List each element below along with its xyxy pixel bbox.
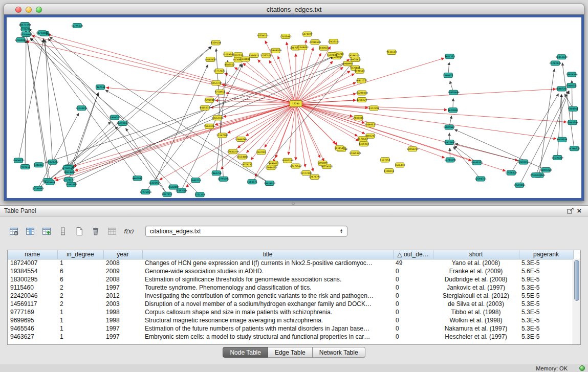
float-panel-icon[interactable] bbox=[565, 207, 575, 215]
close-panel-icon[interactable]: × bbox=[575, 207, 584, 215]
table-cell[interactable]: 2 bbox=[57, 283, 103, 292]
table-cell[interactable]: 1997 bbox=[103, 333, 142, 341]
table-cell[interactable]: 5.3E-5 bbox=[519, 316, 573, 324]
import-table-icon[interactable] bbox=[105, 225, 119, 238]
column-header-short[interactable]: short bbox=[433, 250, 519, 259]
table-cell[interactable]: 5.3E-5 bbox=[519, 259, 573, 267]
table-cell[interactable]: 9463627 bbox=[8, 333, 57, 341]
table-cell[interactable]: Stergiakouli et al. (2012) bbox=[433, 292, 519, 300]
table-cell[interactable]: 0 bbox=[393, 275, 433, 283]
table-cell[interactable]: 0 bbox=[393, 333, 433, 341]
column-header-title[interactable]: title bbox=[142, 250, 393, 259]
table-cell[interactable]: Investigating the contribution of common… bbox=[142, 292, 393, 300]
table-cell[interactable]: 0 bbox=[393, 308, 433, 316]
tab-network-table[interactable]: Network Table bbox=[313, 347, 365, 358]
table-cell[interactable]: 5.3E-5 bbox=[519, 308, 573, 316]
delete-table-icon[interactable] bbox=[89, 225, 102, 238]
table-cell[interactable]: 9699695 bbox=[8, 316, 57, 324]
row-format-icon[interactable] bbox=[56, 225, 70, 238]
panel-drag-handle[interactable] bbox=[292, 202, 295, 205]
table-cell[interactable]: 1 bbox=[57, 316, 103, 324]
table-cell[interactable]: 2012 bbox=[103, 292, 142, 300]
table-scrollbar-thumb[interactable] bbox=[574, 260, 579, 301]
table-cell[interactable]: Structural magnetic resonance image aver… bbox=[142, 316, 393, 324]
table-cell[interactable]: 6 bbox=[57, 267, 103, 275]
new-table-icon[interactable] bbox=[73, 225, 86, 238]
table-row[interactable]: 1456911722003Disruption of a novel membe… bbox=[8, 300, 573, 308]
table-cell[interactable]: Embryonic stem cells: a model to study s… bbox=[142, 333, 393, 341]
function-builder-icon[interactable]: f(x) bbox=[122, 225, 135, 238]
table-cell[interactable]: 9777169 bbox=[8, 308, 57, 316]
table-settings-icon[interactable] bbox=[7, 225, 20, 238]
table-cell[interactable]: Yano et al. (2008) bbox=[433, 259, 519, 267]
table-row[interactable]: 1938455462009Genome-wide association stu… bbox=[8, 267, 573, 275]
table-row[interactable]: 1830029562008Estimation of significance … bbox=[8, 275, 573, 283]
table-cell[interactable]: 2008 bbox=[103, 275, 142, 283]
table-cell[interactable]: Genome-wide association studies in ADHD. bbox=[142, 267, 393, 275]
table-cell[interactable]: 1997 bbox=[103, 283, 142, 292]
table-cell[interactable]: 9465546 bbox=[8, 324, 57, 333]
table-cell[interactable]: Estimation of significance thresholds fo… bbox=[142, 275, 393, 283]
table-row[interactable]: 1872400712008Changes of HCN gene express… bbox=[8, 259, 573, 267]
table-cell[interactable]: 1 bbox=[57, 333, 103, 341]
table-cell[interactable]: Corpus callosum shape and size in male p… bbox=[142, 308, 393, 316]
table-cell[interactable]: 2 bbox=[57, 292, 103, 300]
table-cell[interactable]: Franke et al. (2009) bbox=[433, 267, 519, 275]
table-row[interactable]: 977716911998Corpus callosum shape and si… bbox=[8, 308, 573, 316]
network-svg[interactable]: 1550884814794381271028110214040217953731… bbox=[7, 17, 581, 198]
table-cell[interactable]: 9115460 bbox=[8, 283, 57, 292]
network-table-selector[interactable]: citations_edges.txt ▲▼ bbox=[145, 226, 347, 237]
table-row[interactable]: 969969511998Structural magnetic resonanc… bbox=[8, 316, 573, 324]
network-canvas[interactable]: 1550884814794381271028110214040217953731… bbox=[7, 17, 581, 198]
table-cell[interactable]: 0 bbox=[393, 316, 433, 324]
table-cell[interactable]: 5.5E-5 bbox=[519, 292, 573, 300]
table-cell[interactable]: 6 bbox=[57, 275, 103, 283]
table-cell[interactable]: 1 bbox=[57, 259, 103, 267]
table-cell[interactable]: Hescheler et al. (1997) bbox=[433, 333, 519, 341]
window-titlebar[interactable]: citations_edges.txt bbox=[4, 4, 584, 15]
column-header-pagerank[interactable]: pagerank bbox=[519, 250, 573, 259]
table-cell[interactable]: 1998 bbox=[103, 308, 142, 316]
zoom-window-button[interactable] bbox=[36, 7, 42, 13]
close-window-button[interactable] bbox=[15, 7, 21, 13]
column-header-out_de[interactable]: △ out_de… bbox=[393, 250, 433, 259]
table-cell[interactable]: Nakamura et al. (1997) bbox=[433, 324, 519, 333]
table-cell[interactable]: 49 bbox=[393, 259, 433, 267]
table-cell[interactable]: 5.3E-5 bbox=[519, 300, 573, 308]
table-cell[interactable]: Tibbo et al. (1998) bbox=[433, 308, 519, 316]
table-cell[interactable]: Estimation of the future numbers of pati… bbox=[142, 324, 393, 333]
select-columns-icon[interactable] bbox=[24, 225, 37, 238]
table-cell[interactable]: 1997 bbox=[103, 324, 142, 333]
table-cell[interactable]: 0 bbox=[393, 300, 433, 308]
table-cell[interactable]: 1998 bbox=[103, 316, 142, 324]
table-row[interactable]: 2242004622012Investigating the contribut… bbox=[8, 292, 573, 300]
table-cell[interactable]: 0 bbox=[393, 324, 433, 333]
table-cell[interactable]: Jankovic et al. (1997) bbox=[433, 283, 519, 292]
table-cell[interactable]: 2 bbox=[57, 300, 103, 308]
table-cell[interactable]: 1 bbox=[57, 308, 103, 316]
table-cell[interactable]: 2009 bbox=[103, 267, 142, 275]
table-cell[interactable]: 5.6E-5 bbox=[519, 267, 573, 275]
table-cell[interactable]: Changes of HCN gene expression and I(f) … bbox=[142, 259, 393, 267]
column-header-name[interactable]: name bbox=[8, 250, 57, 259]
table-scrollbar[interactable] bbox=[573, 259, 580, 344]
table-row[interactable]: 946554611997Estimation of the future num… bbox=[8, 324, 573, 333]
tab-edge-table[interactable]: Edge Table bbox=[268, 347, 313, 358]
minimize-window-button[interactable] bbox=[26, 7, 32, 13]
column-header-in_degree[interactable]: in_degree bbox=[57, 250, 103, 259]
table-cell[interactable]: 18724007 bbox=[8, 259, 57, 267]
table-row[interactable]: 946362711997Embryonic stem cells: a mode… bbox=[8, 333, 573, 341]
column-header-year[interactable]: year bbox=[103, 250, 142, 259]
table-cell[interactable]: 5.3E-5 bbox=[519, 333, 573, 341]
table-cell[interactable]: 0 bbox=[393, 267, 433, 275]
table-cell[interactable]: 0 bbox=[393, 283, 433, 292]
table-row[interactable]: 911546021997Tourette syndrome. Phenomeno… bbox=[8, 283, 573, 292]
table-cell[interactable]: 5.3E-5 bbox=[519, 324, 573, 333]
table-cell[interactable]: Tourette syndrome. Phenomenology and cla… bbox=[142, 283, 393, 292]
table-cell[interactable]: Dudbridge et al. (2008) bbox=[433, 275, 519, 283]
table-cell[interactable]: Disruption of a novel member of a sodium… bbox=[142, 300, 393, 308]
table-cell[interactable]: 1 bbox=[57, 324, 103, 333]
table-cell[interactable]: 2003 bbox=[103, 300, 142, 308]
table-cell[interactable]: 5.3E-5 bbox=[519, 283, 573, 292]
table-cell[interactable]: 19384554 bbox=[8, 267, 57, 275]
